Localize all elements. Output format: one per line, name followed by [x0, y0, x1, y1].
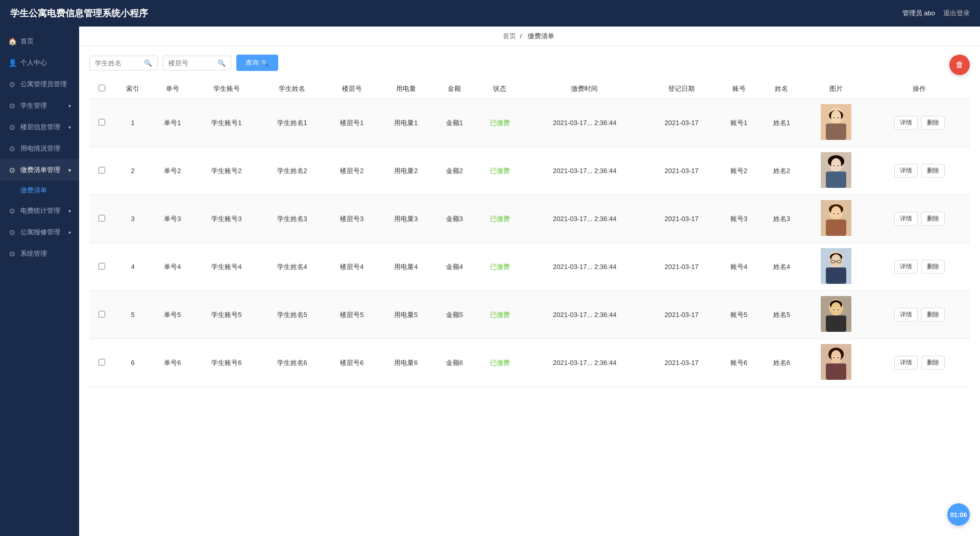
row-amount: 金额2	[433, 147, 476, 195]
sidebar-item-floor-mgmt[interactable]: ⊙ 楼层信息管理 ▾	[0, 116, 79, 138]
row-checkbox[interactable]	[89, 195, 114, 243]
row-usage: 用电量6	[379, 339, 433, 387]
row-amount: 金额4	[433, 243, 476, 291]
floor-search-input[interactable]	[168, 59, 214, 67]
col-student-name: 学生姓名	[259, 79, 325, 99]
row-floor: 楼层号5	[325, 291, 379, 339]
row-select-checkbox[interactable]	[99, 359, 105, 366]
row-student-id: 学生账号1	[194, 99, 259, 147]
chevron-down-icon: ▾	[68, 125, 71, 130]
admin-icon: ⊙	[8, 80, 16, 88]
row-order: 单号5	[151, 291, 194, 339]
breadcrumb-current: 缴费清单	[528, 32, 554, 40]
select-all-checkbox[interactable]	[99, 85, 105, 91]
delete-button[interactable]: 删除	[921, 260, 945, 274]
detail-button[interactable]: 详情	[894, 260, 918, 274]
sidebar-item-fee-mgmt[interactable]: ⊙ 缴费清单管理 ▾	[0, 159, 79, 181]
row-index: 2	[114, 147, 151, 195]
row-photo	[803, 99, 869, 147]
delete-button[interactable]: 删除	[921, 356, 945, 370]
row-checkbox[interactable]	[89, 147, 114, 195]
timer-text: 01:06	[950, 511, 967, 519]
sidebar-item-student-mgmt[interactable]: ⊙ 学生管理 ▾	[0, 95, 79, 116]
sidebar-item-fee-list[interactable]: 缴费清单	[0, 181, 79, 200]
app-title: 学生公寓电费信息管理系统小程序	[10, 7, 148, 19]
name-search-box[interactable]: 🔍	[89, 56, 158, 70]
row-photo	[803, 291, 869, 339]
sidebar-item-repair-mgmt[interactable]: ⊙ 公寓报修管理 ▾	[0, 222, 79, 243]
col-action: 操作	[869, 79, 970, 99]
content-area: 🗑 🔍 🔍 查询 🔍	[79, 46, 980, 536]
sidebar-item-label: 系统管理	[20, 249, 47, 258]
delete-button[interactable]: 删除	[921, 212, 945, 226]
sidebar-item-label: 公寓管理员管理	[20, 80, 67, 89]
row-name: 姓名3	[761, 195, 803, 243]
row-student-name: 学生姓名1	[259, 99, 325, 147]
detail-button[interactable]: 详情	[894, 308, 918, 322]
row-reg-date: 2021-03-17	[646, 243, 718, 291]
table-row: 1 单号1 学生账号1 学生姓名1 楼层号1 用电量1 金额1 已缴费 2021…	[89, 99, 970, 147]
row-pay-time: 2021-03-17... 2:36:44	[524, 339, 646, 387]
row-status: 已缴费	[476, 291, 524, 339]
floor-search-box[interactable]: 🔍	[163, 56, 231, 70]
row-select-checkbox[interactable]	[99, 119, 105, 126]
name-search-input[interactable]	[95, 59, 141, 67]
row-student-id: 学生账号4	[194, 243, 259, 291]
row-reg-date: 2021-03-17	[646, 195, 718, 243]
col-checkbox	[89, 79, 114, 99]
logout-link[interactable]: 退出登录	[943, 9, 970, 18]
row-name: 姓名5	[761, 291, 803, 339]
row-reg-date: 2021-03-17	[646, 291, 718, 339]
status-badge: 已缴费	[490, 359, 510, 367]
row-select-checkbox[interactable]	[99, 215, 105, 222]
row-account: 账号2	[718, 147, 761, 195]
delete-button[interactable]: 删除	[921, 308, 945, 322]
chevron-down-icon: ▾	[68, 208, 71, 214]
breadcrumb-home[interactable]: 首页	[503, 32, 516, 40]
sidebar-item-label: 公寓报修管理	[20, 228, 60, 237]
row-select-checkbox[interactable]	[99, 167, 105, 174]
sidebar-item-usage-mgmt[interactable]: ⊙ 用电情况管理	[0, 138, 79, 159]
detail-button[interactable]: 详情	[894, 212, 918, 226]
delete-button[interactable]: 删除	[921, 164, 945, 178]
row-checkbox[interactable]	[89, 339, 114, 387]
query-button[interactable]: 查询 🔍	[236, 55, 278, 71]
table-row: 3 单号3 学生账号3 学生姓名3 楼层号3 用电量3 金额3 已缴费 2021…	[89, 195, 970, 243]
sidebar-item-home[interactable]: 🏠 首页	[0, 31, 79, 52]
svg-rect-11	[826, 172, 846, 188]
admin-label: 管理员 abo	[902, 9, 935, 18]
header: 学生公寓电费信息管理系统小程序 管理员 abo 退出登录	[0, 0, 980, 27]
svg-point-7	[834, 117, 835, 118]
row-student-name: 学生姓名3	[259, 195, 325, 243]
row-select-checkbox[interactable]	[99, 311, 105, 318]
floor-icon: ⊙	[8, 123, 16, 131]
row-student-id: 学生账号3	[194, 195, 259, 243]
row-index: 6	[114, 339, 151, 387]
row-select-checkbox[interactable]	[99, 263, 105, 270]
timer-badge[interactable]: 01:06	[947, 503, 970, 526]
svg-point-17	[838, 165, 839, 166]
detail-button[interactable]: 详情	[894, 116, 918, 130]
row-floor: 楼层号3	[325, 195, 379, 243]
row-student-id: 学生账号5	[194, 291, 259, 339]
delete-button[interactable]: 删除	[921, 116, 945, 130]
row-usage: 用电量1	[379, 99, 433, 147]
query-icon: 🔍	[261, 59, 269, 67]
sidebar-item-stats-mgmt[interactable]: ⊙ 电费统计管理 ▾	[0, 200, 79, 222]
detail-button[interactable]: 详情	[894, 164, 918, 178]
detail-button[interactable]: 详情	[894, 356, 918, 370]
row-actions: 详情 删除	[869, 339, 970, 387]
stats-icon: ⊙	[8, 207, 16, 215]
row-checkbox[interactable]	[89, 243, 114, 291]
sidebar-item-sys-mgmt[interactable]: ⊙ 系统管理	[0, 243, 79, 264]
sidebar-item-label: 用电情况管理	[20, 144, 60, 153]
student-icon: ⊙	[8, 102, 16, 110]
sidebar-item-admin-mgmt[interactable]: ⊙ 公寓管理员管理	[0, 74, 79, 95]
row-checkbox[interactable]	[89, 291, 114, 339]
status-badge: 已缴费	[490, 167, 510, 175]
fab-delete-button[interactable]: 🗑	[949, 55, 970, 75]
row-account: 账号1	[718, 99, 761, 147]
sidebar-item-personal[interactable]: 👤 个人中心	[0, 52, 79, 74]
row-student-id: 学生账号2	[194, 147, 259, 195]
row-checkbox[interactable]	[89, 99, 114, 147]
